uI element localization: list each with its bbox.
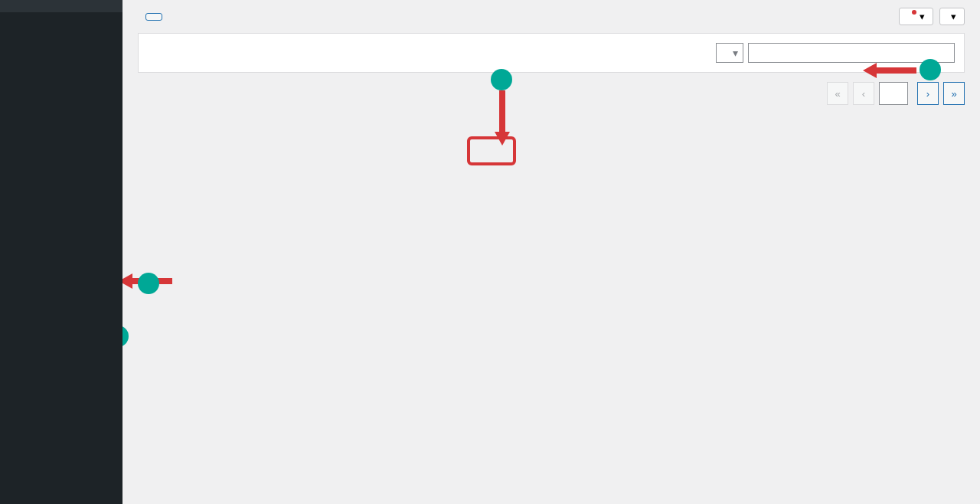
filter-tabs <box>138 33 965 73</box>
pagination: « ‹ › » <box>138 82 965 105</box>
upload-plugin-button[interactable] <box>145 13 162 21</box>
svg-marker-3 <box>495 90 510 146</box>
prev-page-button[interactable]: ‹ <box>853 82 874 105</box>
show-notices-button[interactable]: ▾ <box>899 8 933 25</box>
main-content: ▾ ▾ « ‹ › » <box>122 0 980 504</box>
annotation-3 <box>920 59 941 80</box>
admin-sidebar <box>0 0 122 504</box>
annotation-1 <box>138 273 159 294</box>
notice-dot-icon <box>912 10 916 15</box>
help-button[interactable]: ▾ <box>939 8 965 25</box>
next-page-button[interactable]: › <box>917 82 939 105</box>
svg-marker-2 <box>863 63 916 78</box>
annotation-4 <box>491 69 512 90</box>
search-filter-select[interactable] <box>716 43 743 63</box>
plugins-submenu <box>0 0 122 12</box>
annotation-2 <box>122 326 129 347</box>
last-page-button[interactable]: » <box>943 82 965 105</box>
first-page-button[interactable]: « <box>827 82 848 105</box>
current-page-input[interactable] <box>879 82 908 105</box>
